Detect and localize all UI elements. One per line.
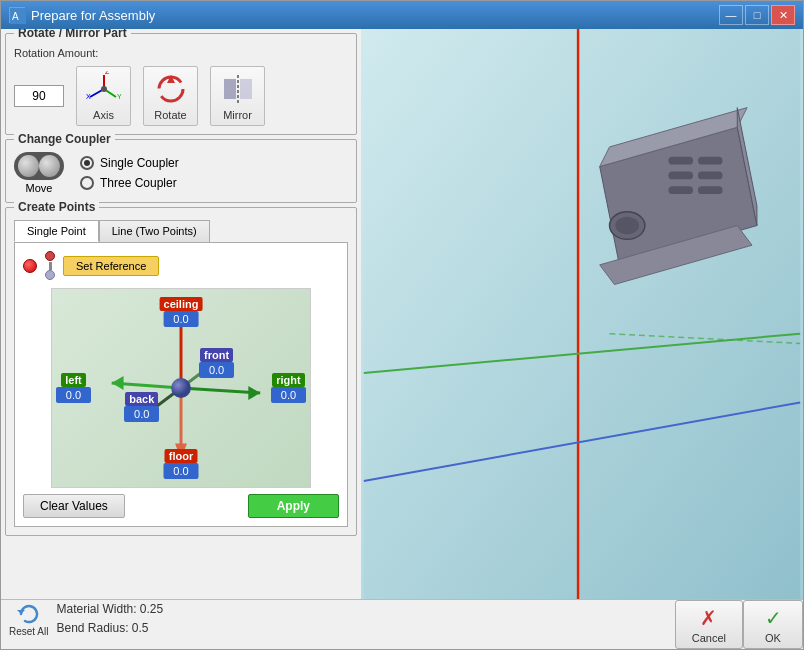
coupler-radio-group: Single Coupler Three Coupler	[80, 156, 179, 190]
left-panel: Rotate / Mirror Part Rotation Amount:	[1, 29, 361, 599]
front-value[interactable]: 0.0	[199, 362, 234, 378]
rotate-mirror-title: Rotate / Mirror Part	[14, 29, 131, 40]
left-value[interactable]: 0.0	[56, 387, 91, 403]
ok-icon: ✓	[765, 606, 782, 630]
svg-marker-19	[112, 376, 124, 390]
title-bar-left: A Prepare for Assembly	[9, 7, 155, 23]
tab-line-two-points[interactable]: Line (Two Points)	[99, 220, 210, 242]
svg-point-5	[101, 86, 107, 92]
svg-text:X: X	[86, 93, 91, 100]
window-controls: — □ ✕	[719, 5, 795, 25]
axis-label: Axis	[93, 109, 114, 121]
bend-radius-text: Bend Radius: 0.5	[56, 619, 674, 638]
clear-values-button[interactable]: Clear Values	[23, 494, 125, 518]
viewport: Minor ⌂	[361, 29, 803, 599]
svg-rect-35	[668, 157, 693, 165]
viewport-svg	[361, 29, 803, 599]
svg-marker-21	[248, 386, 260, 400]
svg-rect-11	[224, 79, 236, 99]
status-info: Material Width: 0.25 Bend Radius: 0.5	[56, 600, 674, 649]
mirror-button[interactable]: Mirror	[210, 66, 265, 126]
window-title: Prepare for Assembly	[31, 8, 155, 23]
set-reference-button[interactable]: Set Reference	[63, 256, 159, 276]
ref-dot-bottom	[45, 270, 55, 280]
floor-label: floor	[165, 449, 197, 463]
mirror-label: Mirror	[223, 109, 252, 121]
svg-rect-37	[668, 172, 693, 180]
svg-text:Y: Y	[117, 93, 122, 100]
close-button[interactable]: ✕	[771, 5, 795, 25]
title-bar: A Prepare for Assembly — □ ✕	[1, 1, 803, 29]
dir-front: front 0.0	[199, 348, 234, 378]
ok-button[interactable]: ✓ OK	[743, 600, 803, 649]
cancel-label: Cancel	[692, 632, 726, 644]
change-coupler-group: Change Coupler Move Single Coupler	[5, 139, 357, 203]
ceiling-value[interactable]: 0.0	[164, 311, 199, 327]
reset-all-label: Reset All	[9, 626, 48, 637]
svg-text:A: A	[12, 11, 19, 22]
tab-content-single-point: Set Reference	[14, 242, 348, 527]
single-coupler-radio-indicator	[80, 156, 94, 170]
svg-rect-39	[668, 186, 693, 194]
dir-floor: floor 0.0	[164, 449, 199, 479]
reset-icon	[15, 602, 43, 626]
dir-right: right 0.0	[271, 373, 306, 403]
svg-rect-38	[698, 172, 723, 180]
axis-button[interactable]: Z Y X Axis	[76, 66, 131, 126]
svg-text:Z: Z	[105, 71, 110, 75]
svg-point-42	[615, 217, 639, 235]
rotate-button[interactable]: Rotate	[143, 66, 198, 126]
three-coupler-radio[interactable]: Three Coupler	[80, 176, 179, 190]
three-coupler-label: Three Coupler	[100, 176, 177, 190]
mirror-icon	[220, 71, 256, 107]
cancel-button[interactable]: ✗ Cancel	[675, 600, 743, 649]
svg-marker-44	[17, 610, 25, 614]
move-circle-right	[39, 155, 60, 177]
single-coupler-radio[interactable]: Single Coupler	[80, 156, 179, 170]
move-button[interactable]: Move	[14, 152, 64, 194]
maximize-button[interactable]: □	[745, 5, 769, 25]
main-content: Rotate / Mirror Part Rotation Amount:	[1, 29, 803, 599]
ref-dot-icon	[23, 259, 37, 273]
create-points-title: Create Points	[14, 200, 99, 214]
rotate-label: Rotate	[154, 109, 186, 121]
tab-single-point[interactable]: Single Point	[14, 220, 99, 242]
action-row: Clear Values Apply	[23, 494, 339, 518]
front-label: front	[200, 348, 233, 362]
floor-value[interactable]: 0.0	[164, 463, 199, 479]
cancel-icon: ✗	[700, 606, 717, 630]
rotation-amount-input[interactable]	[14, 85, 64, 107]
rotation-amount-label: Rotation Amount:	[14, 47, 98, 59]
dir-left: left 0.0	[56, 373, 91, 403]
back-value[interactable]: 0.0	[124, 406, 159, 422]
svg-rect-12	[240, 79, 252, 99]
coordinate-widget: ceiling 0.0 floor 0.0 left 0.0 right	[51, 288, 311, 488]
ceiling-label: ceiling	[160, 297, 203, 311]
ref-dot-small	[45, 251, 55, 261]
rotate-section: Rotation Amount:	[14, 46, 348, 126]
app-icon: A	[9, 7, 25, 23]
create-points-tabs: Single Point Line (Two Points)	[14, 220, 348, 242]
status-bar: Reset All Material Width: 0.25 Bend Radi…	[1, 599, 803, 649]
svg-rect-36	[698, 157, 723, 165]
right-label: right	[272, 373, 304, 387]
change-coupler-title: Change Coupler	[14, 132, 115, 146]
right-value[interactable]: 0.0	[271, 387, 306, 403]
three-coupler-radio-indicator	[80, 176, 94, 190]
back-label: back	[125, 392, 158, 406]
single-coupler-label: Single Coupler	[100, 156, 179, 170]
apply-button[interactable]: Apply	[248, 494, 339, 518]
rotate-controls-row: Z Y X Axis	[14, 66, 348, 126]
move-icon	[14, 152, 64, 180]
set-reference-row: Set Reference	[23, 251, 339, 280]
minimize-button[interactable]: —	[719, 5, 743, 25]
move-circle-left	[18, 155, 39, 177]
svg-point-26	[171, 378, 191, 398]
material-width-text: Material Width: 0.25	[56, 600, 674, 619]
reset-all-button[interactable]: Reset All	[1, 600, 56, 649]
ref-line	[49, 262, 52, 270]
main-window: A Prepare for Assembly — □ ✕ Rotate / Mi…	[0, 0, 804, 650]
dir-ceiling: ceiling 0.0	[160, 297, 203, 327]
left-label: left	[61, 373, 86, 387]
create-points-group: Create Points Single Point Line (Two Poi…	[5, 207, 357, 536]
